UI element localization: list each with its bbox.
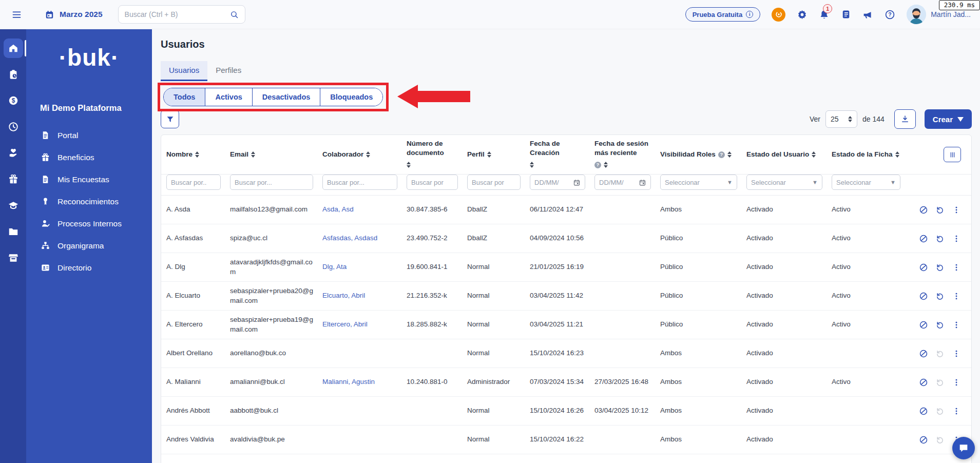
filter-date-input[interactable]: DD/MM/ [594, 175, 651, 190]
reset-password-button[interactable] [935, 349, 945, 358]
filter-text-input[interactable]: Buscar por.. [166, 175, 221, 190]
reset-password-button[interactable] [935, 205, 945, 215]
filter-button[interactable] [161, 110, 179, 128]
sort-icon[interactable] [604, 160, 608, 170]
block-user-button[interactable] [919, 234, 928, 243]
create-button[interactable]: Crear [925, 109, 972, 129]
segment-activos[interactable]: Activos [205, 88, 252, 106]
hamburger-menu-icon[interactable] [11, 9, 22, 20]
filter-select[interactable]: Seleccionar▼ [832, 175, 900, 190]
rail-item-beneficios[interactable] [4, 169, 23, 189]
row-menu-button[interactable] [952, 292, 961, 301]
row-menu-button[interactable] [952, 234, 961, 243]
sort-icon[interactable] [530, 160, 534, 170]
filter-select[interactable]: Seleccionar▼ [660, 175, 737, 190]
filter-text-input[interactable]: Buscar por... [322, 175, 397, 190]
reset-password-button[interactable] [935, 292, 945, 301]
sidebar-item-reconocimientos[interactable]: Reconocimientos [26, 190, 152, 213]
reset-password-button[interactable] [935, 234, 945, 243]
sort-icon[interactable] [195, 149, 199, 160]
cell-colaborador[interactable]: Elcuarto, Abril [317, 286, 401, 305]
dollar-circle-icon: $ [8, 95, 19, 106]
sort-icon[interactable] [407, 160, 411, 170]
cell-email: atavaradjkljfkfds@gmail.com [225, 253, 317, 281]
rail-item-talento[interactable] [4, 143, 23, 163]
block-user-button[interactable] [919, 292, 928, 301]
block-user-button[interactable] [919, 349, 928, 358]
sidebar-item-mis-encuestas[interactable]: Mis Encuestas [26, 168, 152, 190]
bell-icon[interactable]: 1 [819, 9, 830, 20]
kebab-icon [952, 292, 961, 301]
row-menu-button[interactable] [952, 407, 961, 416]
sort-icon[interactable] [812, 149, 816, 160]
rail-item-tasks[interactable] [4, 65, 23, 84]
row-menu-button[interactable] [952, 205, 961, 215]
filter-text-input[interactable]: Buscar por [467, 175, 521, 190]
sort-icon[interactable] [487, 149, 491, 160]
sort-icon[interactable] [895, 149, 899, 160]
rail-item-home[interactable] [4, 38, 23, 58]
cell-colaborador[interactable]: Dlg, Ata [317, 258, 401, 276]
trial-badge[interactable]: Prueba Gratuita i [685, 7, 761, 22]
rail-item-remuneraciones[interactable]: $ [4, 91, 23, 110]
megaphone-icon[interactable] [862, 9, 873, 20]
period-selector[interactable]: Marzo 2025 [45, 10, 103, 20]
block-user-button[interactable] [919, 205, 928, 215]
block-icon [919, 205, 928, 215]
sort-icon[interactable] [727, 149, 732, 160]
chat-bubble-button[interactable] [952, 437, 975, 459]
rail-item-documentos[interactable] [4, 222, 23, 241]
block-user-button[interactable] [919, 407, 928, 416]
row-menu-button[interactable] [952, 349, 961, 358]
tab-usuarios[interactable]: Usuarios [161, 61, 207, 81]
page-size-select[interactable]: 25 [825, 110, 857, 128]
cell-colaborador[interactable]: Asda, Asd [317, 200, 401, 219]
cell-colaborador[interactable]: Asfasdas, Asdasd [317, 229, 401, 247]
sidebar-item-beneficios[interactable]: Beneficios [26, 146, 152, 168]
rail-item-desarrollo[interactable] [4, 196, 23, 215]
rail-item-marketplace[interactable] [4, 248, 23, 267]
sidebar-item-procesos-internos[interactable]: Procesos Internos [26, 213, 152, 235]
cell-colaborador[interactable]: Eltercero, Abril [317, 315, 401, 334]
filter-select[interactable]: Seleccionar▼ [746, 175, 822, 190]
sidebar-item-organigrama[interactable]: Organigrama [26, 235, 152, 257]
sort-icon[interactable] [251, 149, 255, 160]
cell-colaborador[interactable]: Malianni, Agustin [317, 373, 401, 391]
reset-password-button[interactable] [935, 263, 945, 272]
reset-password-button[interactable] [935, 320, 945, 330]
block-user-button[interactable] [919, 320, 928, 330]
info-icon[interactable]: ? [718, 151, 725, 158]
row-menu-button[interactable] [952, 320, 961, 330]
cell-sesion: 03/03/2025 [589, 459, 655, 463]
row-menu-button[interactable] [952, 378, 961, 387]
info-icon[interactable]: ? [594, 162, 601, 168]
global-search-input[interactable]: Buscar (Ctrl + B) [118, 5, 245, 24]
help-icon[interactable]: ? [885, 9, 895, 20]
tab-perfiles[interactable]: Perfiles [207, 61, 249, 81]
sort-icon[interactable] [366, 149, 370, 160]
reset-password-button[interactable] [935, 378, 945, 387]
column-settings-button[interactable] [944, 147, 961, 162]
segment-bloqueados[interactable]: Bloqueados [320, 88, 382, 106]
block-user-button[interactable] [919, 378, 928, 387]
filter-date-input[interactable]: DD/MM/ [530, 175, 585, 190]
assistant-icon[interactable] [772, 8, 785, 22]
cell-colaborador[interactable]: ... [317, 459, 401, 463]
rail-item-asistencia[interactable] [4, 117, 23, 137]
reset-password-button[interactable] [935, 435, 945, 445]
segment-todos[interactable]: Todos [164, 88, 205, 106]
filter-text-input[interactable]: Buscar por [407, 175, 458, 190]
sidebar-item-directorio[interactable]: Directorio [26, 257, 152, 279]
changelog-icon[interactable] [841, 9, 851, 20]
gear-icon[interactable] [797, 9, 808, 20]
block-user-button[interactable] [919, 263, 928, 272]
row-menu-button[interactable] [952, 263, 961, 272]
download-button[interactable] [894, 109, 916, 129]
reset-password-button[interactable] [935, 407, 945, 416]
cell-sesion [589, 349, 655, 358]
main-content: Usuarios UsuariosPerfiles TodosActivosDe… [152, 29, 980, 463]
segment-desactivados[interactable]: Desactivados [252, 88, 320, 106]
filter-text-input[interactable]: Buscar por... [230, 175, 313, 190]
block-user-button[interactable] [919, 435, 928, 445]
sidebar-item-portal[interactable]: Portal [26, 124, 152, 146]
